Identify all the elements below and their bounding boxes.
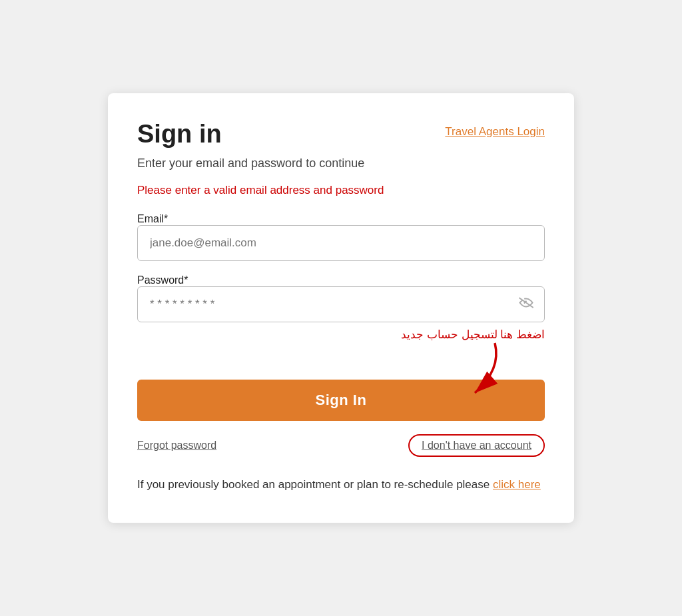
travel-agents-link[interactable]: Travel Agents Login — [445, 125, 545, 139]
annotation-arrow — [445, 340, 505, 400]
book-info-text: If you previously booked an appointment … — [137, 475, 545, 493]
email-input[interactable] — [137, 225, 545, 261]
email-field-row: Email* — [137, 213, 545, 274]
forgot-password-link[interactable]: Forgot password — [137, 440, 216, 452]
password-wrapper — [137, 286, 545, 322]
bottom-links-row: Forgot password I don't have an account — [137, 434, 545, 457]
password-field-row: Password* — [137, 274, 545, 322]
email-label: Email* — [137, 213, 168, 224]
subtitle-text: Enter your email and password to continu… — [137, 155, 545, 172]
error-message: Please enter a valid email address and p… — [137, 182, 545, 198]
no-account-link[interactable]: I don't have an account — [408, 434, 545, 457]
sign-in-card: Sign in Travel Agents Login Enter your e… — [108, 93, 574, 523]
password-input[interactable] — [137, 286, 545, 322]
eye-slash-icon[interactable] — [518, 296, 534, 312]
password-label: Password* — [137, 274, 188, 286]
header-row: Sign in Travel Agents Login — [137, 120, 545, 149]
annotation-area: اضغط هنا لتسجيل حساب جديد — [137, 328, 545, 368]
page-title: Sign in — [137, 120, 222, 149]
click-here-link[interactable]: click here — [493, 478, 541, 491]
